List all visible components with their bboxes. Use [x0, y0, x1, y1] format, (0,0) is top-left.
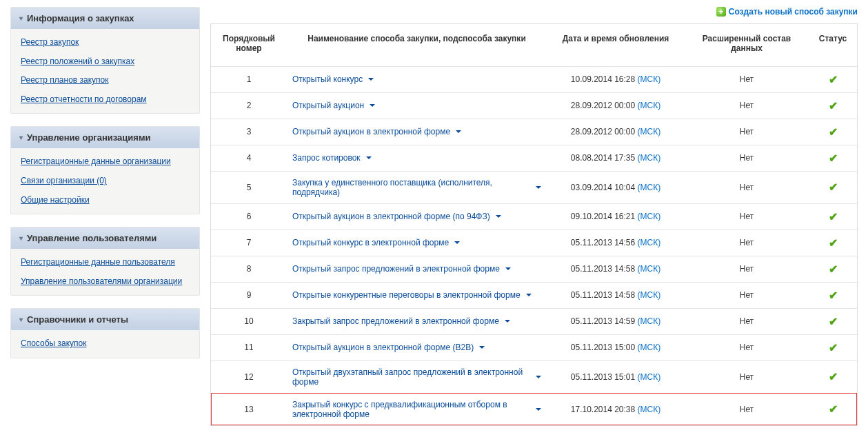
sidebar-section-title: Справочники и отчеты	[27, 314, 128, 325]
row-name-link[interactable]: Открытый конкурс	[292, 74, 374, 84]
sidebar-link[interactable]: Способы закупок	[21, 338, 190, 349]
row-name-link[interactable]: Закрытый конкурс с предквалификационным …	[292, 400, 541, 419]
row-number: 2	[211, 92, 287, 119]
row-timezone: (МСК)	[638, 74, 661, 84]
row-name-link[interactable]: Открытый аукцион	[292, 101, 375, 110]
sidebar-link[interactable]: Связи организации (0)	[21, 176, 190, 187]
row-name-cell: Открытый конкурс в электронной форме	[287, 230, 547, 256]
col-header-status: Статус	[809, 24, 857, 66]
main-content: + Создать новый способ закупки Порядковы…	[210, 7, 858, 437]
row-date: 08.08.2014 17:35 (МСК)	[547, 145, 685, 171]
table-row: 12Открытый двухэтапный запрос предложени…	[211, 360, 857, 393]
sidebar-link[interactable]: Реестр отчетности по договорам	[21, 94, 190, 105]
total-found: Всего найдено 13	[210, 426, 858, 437]
chevron-down-icon: ▾	[19, 14, 23, 22]
row-status: ✔	[809, 334, 857, 360]
row-date: 05.11.2013 14:58 (МСК)	[547, 256, 685, 282]
row-status: ✔	[809, 92, 857, 119]
col-header-name: Наименование способа закупки, подспособа…	[287, 24, 547, 66]
row-name-link[interactable]: Запрос котировок	[292, 153, 372, 163]
row-name-link[interactable]: Открытый аукцион в электронной форме	[292, 127, 461, 136]
dropdown-arrow-icon	[536, 376, 541, 378]
row-name-link[interactable]: Открытый аукцион в электронной форме (B2…	[292, 343, 485, 352]
row-number: 11	[211, 334, 287, 360]
row-extended: Нет	[685, 203, 809, 230]
table-row: 8Открытый запрос предложений в электронн…	[211, 256, 857, 282]
sidebar-section-header[interactable]: ▾Управление организациями	[11, 127, 199, 148]
sidebar-link[interactable]: Общие настройки	[21, 195, 190, 206]
row-number: 4	[211, 145, 287, 171]
row-status: ✔	[809, 171, 857, 203]
sidebar-link[interactable]: Управление пользователями организации	[21, 276, 190, 287]
methods-table: Порядковый номер Наименование способа за…	[211, 24, 857, 425]
sidebar-section-header[interactable]: ▾Справочники и отчеты	[11, 309, 199, 330]
row-name-link[interactable]: Открытый запрос предложений в электронно…	[292, 264, 511, 274]
row-status: ✔	[809, 360, 857, 393]
row-number: 10	[211, 308, 287, 334]
sidebar-link[interactable]: Реестр планов закупок	[21, 75, 190, 86]
row-date-value: 28.09.2012 00:00	[571, 127, 635, 136]
row-name-label: Закупка у единственного поставщика (испо…	[292, 178, 530, 197]
sidebar-link[interactable]: Регистрационные данные организации	[21, 156, 190, 167]
check-icon: ✔	[829, 181, 838, 193]
row-status: ✔	[809, 393, 857, 425]
row-name-cell: Открытый запрос предложений в электронно…	[287, 256, 547, 282]
row-status: ✔	[809, 66, 857, 92]
sidebar-link[interactable]: Реестр закупок	[21, 37, 190, 48]
check-icon: ✔	[829, 403, 838, 415]
plus-icon: +	[716, 7, 726, 17]
sidebar-link[interactable]: Регистрационные данные пользователя	[21, 257, 190, 268]
dropdown-arrow-icon	[370, 104, 375, 107]
chevron-down-icon: ▾	[19, 234, 23, 242]
row-timezone: (МСК)	[638, 127, 661, 136]
dropdown-arrow-icon	[536, 186, 541, 189]
row-extended: Нет	[685, 92, 809, 119]
row-name-cell: Открытый аукцион в электронной форме	[287, 119, 547, 145]
row-name-label: Закрытый запрос предложений в электронно…	[292, 316, 499, 326]
sidebar-section-header[interactable]: ▾Управление пользователями	[11, 227, 199, 249]
row-date-value: 08.08.2014 17:35	[571, 153, 635, 163]
row-name-link[interactable]: Открытые конкурентные переговоры в элект…	[292, 290, 532, 300]
row-name-label: Закрытый конкурс с предквалификационным …	[292, 400, 530, 419]
row-extended: Нет	[685, 282, 809, 308]
row-timezone: (МСК)	[638, 153, 661, 163]
row-number: 7	[211, 230, 287, 256]
row-timezone: (МСК)	[638, 372, 661, 382]
row-number: 12	[211, 360, 287, 393]
check-icon: ✔	[829, 263, 838, 275]
check-icon: ✔	[829, 289, 838, 301]
sidebar-section: ▾Управление организациямиРегистрационные…	[10, 126, 200, 214]
row-timezone: (МСК)	[638, 183, 661, 192]
col-header-ext: Расширенный состав данных	[685, 24, 809, 66]
row-extended: Нет	[685, 334, 809, 360]
row-status: ✔	[809, 282, 857, 308]
row-number: 8	[211, 256, 287, 282]
sidebar-link[interactable]: Реестр положений о закупках	[21, 57, 190, 68]
dropdown-arrow-icon	[366, 156, 372, 159]
row-name-link[interactable]: Закрытый запрос предложений в электронно…	[292, 316, 510, 326]
row-extended: Нет	[685, 360, 809, 393]
row-name-label: Открытый аукцион в электронной форме (по…	[292, 212, 490, 221]
row-name-label: Запрос котировок	[292, 153, 361, 163]
create-method-link[interactable]: + Создать новый способ закупки	[716, 7, 858, 17]
row-name-link[interactable]: Закупка у единственного поставщика (испо…	[292, 178, 541, 197]
row-status: ✔	[809, 308, 857, 334]
row-name-link[interactable]: Открытый двухэтапный запрос предложений …	[292, 367, 541, 387]
sidebar-section-header[interactable]: ▾Информация о закупках	[11, 8, 199, 29]
row-status: ✔	[809, 203, 857, 230]
table-row: 9Открытые конкурентные переговоры в элек…	[211, 282, 857, 308]
row-name-cell: Закрытый конкурс с предквалификационным …	[287, 393, 547, 425]
row-name-link[interactable]: Открытый конкурс в электронной форме	[292, 238, 460, 247]
row-date-value: 05.11.2013 14:56	[571, 238, 635, 247]
row-timezone: (МСК)	[638, 264, 661, 274]
row-name-cell: Закупка у единственного поставщика (испо…	[287, 171, 547, 203]
row-name-link[interactable]: Открытый аукцион в электронной форме (по…	[292, 212, 501, 221]
row-name-label: Открытый аукцион	[292, 101, 364, 110]
sidebar-section-body: Регистрационные данные организацииСвязи …	[11, 148, 199, 214]
row-date-value: 10.09.2014 16:28	[571, 74, 635, 84]
row-number: 9	[211, 282, 287, 308]
dropdown-arrow-icon	[454, 241, 460, 244]
dropdown-arrow-icon	[368, 78, 374, 81]
row-date: 09.10.2014 16:21 (МСК)	[547, 203, 685, 230]
col-header-num: Порядковый номер	[211, 24, 287, 66]
